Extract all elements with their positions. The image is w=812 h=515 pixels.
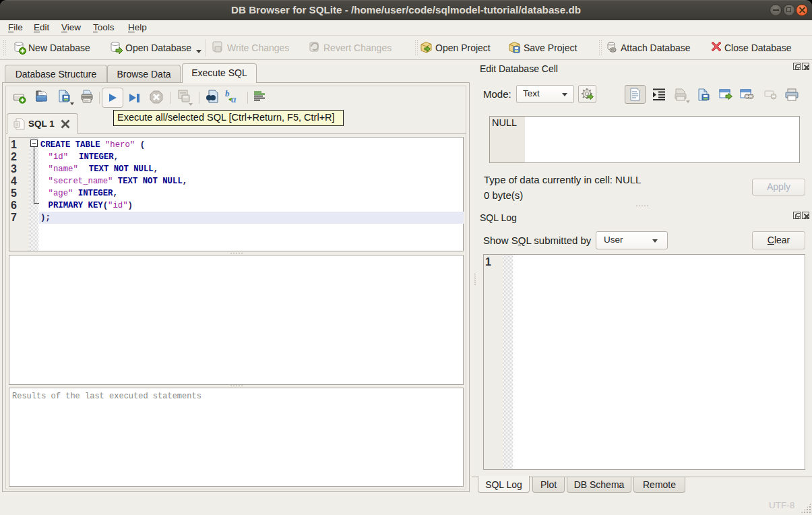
svg-text:a: a xyxy=(231,94,237,104)
svg-text:b: b xyxy=(225,90,230,98)
